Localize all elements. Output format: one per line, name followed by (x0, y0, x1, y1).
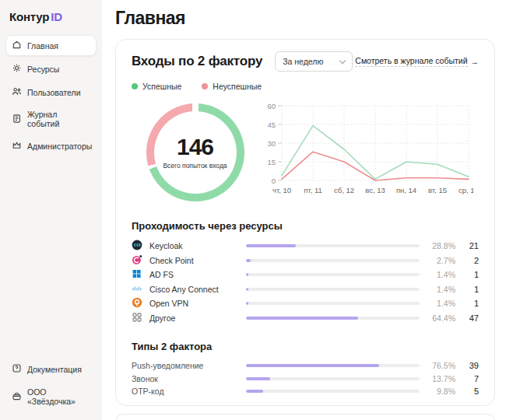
stat-row: Cisco Any Connect 1.4% 1 (132, 282, 479, 297)
stat-bar (246, 390, 420, 393)
stat-row-label: Другое (149, 313, 175, 323)
chevron-down-icon (339, 57, 346, 63)
sidebar-item-home[interactable]: Главная (5, 35, 97, 56)
stat-row-label: AD FS (149, 270, 174, 279)
svg-text:чт, 10: чт, 10 (272, 186, 291, 194)
stat-percent: 28.8% (420, 241, 455, 250)
stat-percent: 64.4% (420, 313, 455, 323)
stat-row: Push-уведомление 76.5% 39 (132, 359, 479, 373)
sidebar-item-label: ООО «Звёздочка» (27, 387, 90, 406)
stat-count: 2 (455, 256, 479, 265)
stat-percent: 13.7% (420, 374, 455, 383)
svg-text:30: 30 (267, 139, 276, 148)
stat-percent: 1.4% (420, 299, 455, 308)
factors-section-title: Типы 2 фактора (132, 341, 479, 352)
cisco-icon (132, 283, 142, 294)
sidebar-item-label: Документация (27, 365, 82, 374)
stat-percent: 9.8% (420, 387, 455, 396)
stat-percent: 1.4% (420, 270, 455, 279)
sidebar: КонтурID Главная Ресурсы Пользователи Жу… (0, 0, 102, 420)
stat-row: Open VPN 1.4% 1 (132, 296, 479, 311)
journal-link[interactable]: Смотреть в журнале событий → (355, 56, 479, 67)
journal-icon (12, 114, 22, 124)
next-card-top-edge (115, 414, 495, 420)
stat-row-label: Звонок (132, 374, 158, 383)
sidebar-item-label: Администраторы (27, 142, 92, 151)
stat-count: 1 (455, 270, 479, 279)
charts-row: 146 Всего попыток входа 015304560чт, 10п… (132, 99, 479, 205)
users-icon (12, 86, 22, 96)
line-chart: 015304560чт, 10пт, 11сб, 12вс, 13пн, 14в… (258, 99, 473, 201)
donut-chart: 146 Всего попыток входа (146, 103, 244, 201)
logo-accent: ID (51, 10, 62, 23)
svg-text:вт, 15: вт, 15 (428, 186, 447, 194)
stat-row-label: OTP-код (132, 387, 164, 396)
help-icon (12, 363, 22, 373)
stat-count: 47 (455, 313, 479, 323)
svg-text:пн, 14: пн, 14 (396, 186, 416, 194)
resources-section: Проходимость через ресурсы Keycloak 28.8… (132, 220, 479, 325)
crown-icon (12, 140, 22, 150)
stat-bar (246, 244, 420, 247)
factors-section: Типы 2 фактора Push-уведомление 76.5% 39… (132, 341, 479, 398)
main-content: Главная Входы по 2 фактору За неделю Смо… (102, 0, 506, 420)
stat-bar (246, 288, 420, 291)
stat-count: 1 (455, 285, 479, 294)
donut-chart-wrap: 146 Всего попыток входа (132, 99, 258, 201)
stat-bar (246, 317, 420, 320)
stat-percent: 2.7% (420, 256, 455, 265)
stat-row-label: Push-уведомление (132, 361, 203, 370)
sidebar-item-help[interactable]: Документация (5, 359, 97, 380)
stat-row-label: Open VPN (149, 299, 188, 308)
sidebar-item-gear[interactable]: Ресурсы (5, 58, 97, 79)
logo-text: Контур (9, 10, 49, 23)
stat-row: Keycloak 28.8% 21 (132, 239, 479, 254)
stat-count: 39 (455, 361, 479, 370)
stat-bar (246, 259, 420, 262)
stat-row-label: Keycloak (149, 241, 183, 250)
legend-item: Успешные (132, 82, 181, 91)
stat-bar (246, 302, 420, 305)
svg-text:15: 15 (267, 158, 276, 166)
sidebar-nav: Главная Ресурсы Пользователи Журнал собы… (0, 35, 102, 156)
sidebar-item-crown[interactable]: Администраторы (5, 135, 97, 156)
journal-link-label: Смотреть в журнале событий (355, 56, 467, 67)
factors-list: Push-уведомление 76.5% 39 Звонок 13.7% 7… (132, 359, 479, 398)
page-title: Главная (115, 8, 495, 29)
stat-row-label: Cisco Any Connect (149, 285, 219, 294)
sidebar-item-journal[interactable]: Журнал событий (5, 105, 97, 133)
openvpn-icon (132, 297, 142, 308)
logins-card: Входы по 2 фактору За неделю Смотреть в … (115, 39, 495, 406)
legend-dot-icon (202, 83, 208, 89)
stat-row: Другое 64.4% 47 (132, 311, 479, 326)
sidebar-item-label: Главная (27, 41, 58, 51)
card-header: Входы по 2 фактору За неделю Смотреть в … (132, 51, 479, 72)
legend-item: Неуспешные (202, 82, 262, 91)
sidebar-footer: Документация ООО «Звёздочка» (0, 359, 102, 420)
adfs-icon (132, 268, 142, 279)
grid-icon (132, 312, 142, 323)
line-chart-wrap: 015304560чт, 10пт, 11сб, 12вс, 13пн, 14в… (258, 99, 479, 205)
resources-section-title: Проходимость через ресурсы (132, 220, 479, 232)
stat-percent: 1.4% (420, 285, 455, 294)
stat-count: 7 (455, 374, 479, 383)
donut-caption: Всего попыток входа (163, 162, 227, 170)
stat-row: AD FS 1.4% 1 (132, 268, 479, 282)
sidebar-item-users[interactable]: Пользователи (5, 82, 97, 103)
checkpoint-icon (132, 254, 142, 265)
svg-text:сб, 12: сб, 12 (334, 186, 354, 194)
stat-count: 21 (455, 241, 479, 250)
stat-count: 5 (455, 387, 479, 396)
organization-icon (12, 391, 22, 401)
period-select[interactable]: За неделю (275, 51, 353, 72)
stat-bar (246, 377, 420, 380)
sidebar-item-organization[interactable]: ООО «Звёздочка» (5, 383, 97, 411)
stat-row: Звонок 13.7% 7 (132, 373, 479, 386)
stat-count: 1 (455, 299, 479, 308)
arrow-right-icon: → (471, 57, 480, 66)
period-select-value: За неделю (283, 57, 323, 66)
donut-center: 146 Всего попыток входа (154, 111, 237, 194)
donut-total-value: 146 (177, 135, 213, 159)
svg-text:45: 45 (267, 121, 276, 129)
legend-dot-icon (132, 83, 138, 89)
